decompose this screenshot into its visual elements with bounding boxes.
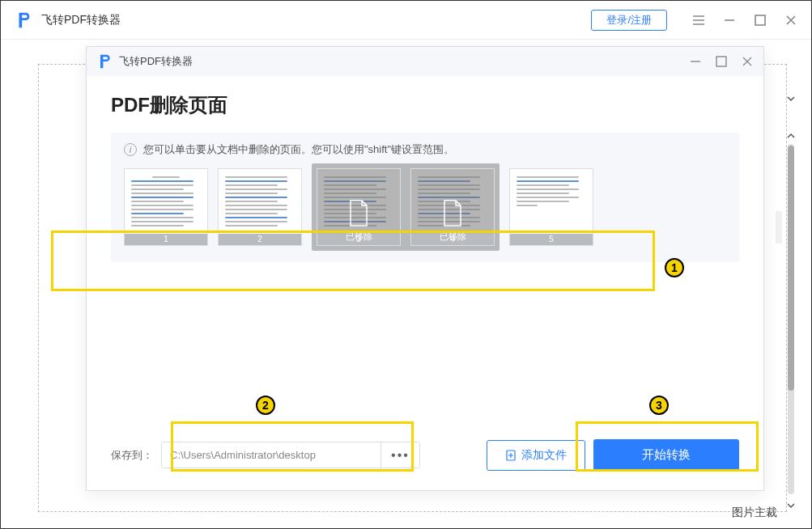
scroll-thumb[interactable] (788, 144, 794, 494)
side-strip (776, 137, 782, 420)
convert-button[interactable]: 开始转换 (593, 439, 739, 471)
page-thumb-removed[interactable]: 已移除 4 (410, 168, 495, 246)
removed-label: 已移除 (440, 231, 466, 243)
browse-button[interactable]: ••• (380, 442, 419, 468)
add-file-button[interactable]: 添加文件 (487, 440, 585, 471)
info-icon: i (124, 143, 137, 156)
add-file-label: 添加文件 (521, 448, 567, 463)
page-thumb[interactable]: 5 (509, 168, 593, 246)
modal-titlebar: 飞转PDF转换器 (87, 47, 763, 76)
document-icon (347, 200, 370, 227)
bg-text: 图片主裁 (732, 506, 777, 520)
login-button[interactable]: 登录/注册 (591, 10, 667, 31)
page-thumbnails-row: 1 2 (124, 168, 726, 246)
maximize-icon[interactable] (753, 13, 767, 28)
save-path-group: ••• (161, 442, 420, 468)
svg-rect-0 (755, 15, 765, 25)
removed-group: 已移除 3 已移除 (312, 163, 500, 251)
side-scrollbar[interactable] (785, 92, 797, 509)
svg-rect-1 (716, 57, 726, 66)
page-number: 1 (125, 234, 207, 245)
chevron-down-icon (786, 499, 796, 509)
removed-label: 已移除 (346, 231, 372, 243)
minimize-icon[interactable] (722, 13, 737, 28)
modal-window: 飞转PDF转换器 PDF删除页面 i 您可以单击要从文档中删除的页面。您可以使用… (86, 46, 764, 491)
document-icon (441, 200, 464, 227)
main-titlebar: 飞转PDF转换器 登录/注册 (1, 1, 811, 40)
save-to-label: 保存到： (111, 448, 153, 463)
modal-minimize-icon[interactable] (689, 55, 702, 68)
add-file-icon (505, 450, 517, 461)
info-text: 您可以单击要从文档中删除的页面。您可以使用"shift"键设置范围。 (143, 142, 454, 157)
page-heading: PDF删除页面 (111, 92, 739, 118)
app-title: 飞转PDF转换器 (41, 13, 121, 28)
page-thumb[interactable]: 1 (124, 168, 208, 246)
menu-icon[interactable] (691, 13, 706, 28)
save-path-input[interactable] (162, 442, 380, 468)
close-icon[interactable] (784, 13, 798, 28)
modal-title: 飞转PDF转换器 (119, 54, 193, 69)
chevron-up-icon (786, 129, 796, 139)
page-number: 5 (510, 234, 593, 245)
chevron-down-icon (786, 92, 796, 102)
modal-close-icon[interactable] (741, 55, 754, 68)
app-logo-icon (14, 11, 33, 30)
page-thumb[interactable]: 2 (218, 168, 302, 246)
page-thumb-removed[interactable]: 已移除 3 (317, 168, 401, 246)
info-panel: i 您可以单击要从文档中删除的页面。您可以使用"shift"键设置范围。 1 (111, 133, 739, 262)
page-number: 2 (219, 234, 301, 245)
modal-logo-icon (96, 53, 113, 70)
modal-maximize-icon[interactable] (715, 55, 728, 68)
